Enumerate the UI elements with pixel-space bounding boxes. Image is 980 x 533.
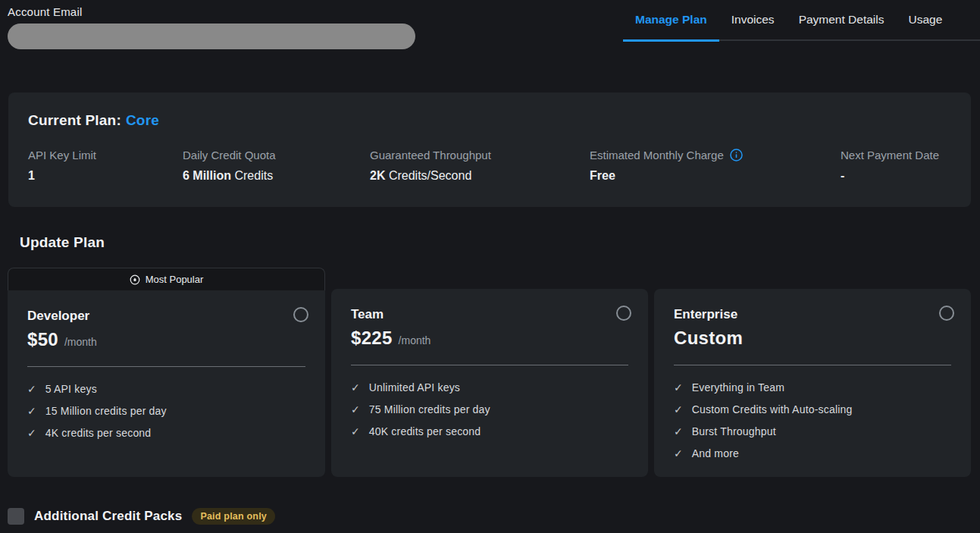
check-icon: ✓ [674,426,683,437]
plan-price: Custom [674,328,743,349]
stat-value: - [841,169,939,183]
plan-card-developer: Most Popular Developer $50 /month ✓ 5 AP… [8,268,325,477]
check-icon: ✓ [27,428,36,438]
plan-price-row: $50 /month [27,329,305,350]
plan-price-row: $225 /month [351,328,628,349]
additional-credit-packs-row: Additional Credit Packs Paid plan only [8,506,275,526]
additional-credit-packs-label: Additional Credit Packs [34,509,182,524]
plan-name: Enterprise [674,307,951,322]
paid-plan-only-badge: Paid plan only [192,508,275,525]
divider [27,366,305,367]
tab-invoices[interactable]: Invoices [719,0,787,42]
plan-name: Developer [27,309,305,324]
stat-value: 1 [28,169,183,183]
tab-usage[interactable]: Usage [896,0,954,42]
check-icon: ✓ [674,382,683,393]
plan-card-enterprise[interactable]: Enterprise Custom ✓ Everything in Team ✓… [654,289,971,477]
most-popular-label: Most Popular [146,274,204,285]
current-plan-card: Current Plan:Core API Key Limit 1 Daily … [8,92,971,207]
plan-period: /month [64,336,97,348]
current-plan-title: Current Plan:Core [28,112,951,129]
plan-feature: ✓ 75 Million credits per day [351,402,628,416]
tab-manage-plan[interactable]: Manage Plan [623,0,719,42]
stat-label: API Key Limit [28,149,183,161]
most-popular-banner: Most Popular [8,268,325,290]
current-plan-title-prefix: Current Plan: [28,112,121,128]
account-email-label: Account Email [8,5,82,18]
additional-credit-packs-checkbox[interactable] [8,508,24,525]
plan-feature: ✓ 15 Million credits per day [27,403,305,418]
stat-label: Next Payment Date [841,149,939,161]
plan-feature: ✓ Custom Credits with Auto-scaling [674,402,951,416]
plan-price: $50 [27,329,58,350]
stat-label: Daily Credit Quota [183,149,370,161]
plan-price-row: Custom [674,328,951,349]
stat-next-payment-date: Next Payment Date - [841,149,939,183]
plan-price: $225 [351,328,393,349]
check-icon: ✓ [351,382,360,393]
stat-api-key-limit: API Key Limit 1 [28,149,183,183]
check-icon: ✓ [351,426,360,437]
check-icon: ✓ [27,384,36,394]
plan-feature: ✓ 5 API keys [27,381,305,396]
plan-radio-team[interactable] [616,306,631,321]
stat-daily-credit-quota: Daily Credit Quota 6 Million Credits [183,149,370,183]
stat-value: 2K Credits/Second [370,169,590,183]
plan-period: /month [399,334,431,346]
plan-feature: ✓ 40K credits per second [351,424,628,438]
stat-label: Estimated Monthly Charge [590,149,841,161]
plan-feature: ✓ 4K credits per second [27,425,305,440]
stat-value: Free [590,169,841,183]
stat-value: 6 Million Credits [183,169,370,183]
divider [351,365,628,365]
stat-estimated-monthly-charge: Estimated Monthly Charge Free [590,149,841,183]
plan-feature: ✓ Burst Throughput [674,424,951,438]
stat-label: Guaranteed Throughput [370,149,590,161]
plan-name: Team [351,307,628,322]
plan-feature: ✓ Everything in Team [674,380,951,394]
plan-radio-enterprise[interactable] [939,306,954,321]
divider [674,365,951,365]
update-plan-heading: Update Plan [20,234,105,251]
account-email-field[interactable] [8,24,415,49]
plans-row: Most Popular Developer $50 /month ✓ 5 AP… [8,268,972,477]
stat-guaranteed-throughput: Guaranteed Throughput 2K Credits/Second [370,149,590,183]
plan-card-developer-body[interactable]: Developer $50 /month ✓ 5 API keys ✓ 15 M… [8,290,325,477]
account-email-group: Account Email [8,5,415,49]
tab-payment-details[interactable]: Payment Details [787,0,897,42]
check-icon: ✓ [674,448,683,459]
current-plan-name: Core [126,112,159,128]
plan-feature: ✓ And more [674,446,951,460]
fire-icon [130,274,140,285]
info-icon[interactable] [730,149,743,161]
plan-feature: ✓ Unlimited API keys [351,380,628,394]
check-icon: ✓ [351,404,360,415]
plan-card-team[interactable]: Team $225 /month ✓ Unlimited API keys ✓ … [331,289,648,477]
check-icon: ✓ [674,404,683,415]
current-plan-stats: API Key Limit 1 Daily Credit Quota 6 Mil… [28,149,951,183]
check-icon: ✓ [27,406,36,416]
billing-tab-bar: Manage Plan Invoices Payment Details Usa… [623,0,980,41]
plan-radio-developer[interactable] [293,307,308,322]
